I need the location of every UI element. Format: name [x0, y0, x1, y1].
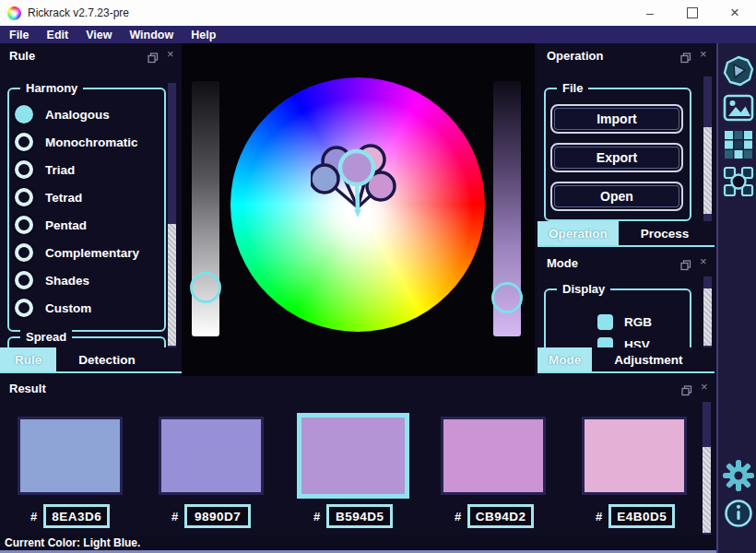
info-icon[interactable] [723, 498, 754, 529]
color-canvas [182, 43, 535, 376]
harmony-option-pentad[interactable]: Pentad [15, 215, 87, 235]
result-scrollbar[interactable] [703, 402, 711, 535]
tab-rule[interactable]: Rule [0, 347, 56, 371]
harmony-option-shades[interactable]: Shades [15, 270, 89, 290]
option-label: Analogous [45, 108, 110, 122]
radio-icon [15, 299, 33, 317]
tab-mode[interactable]: Mode [537, 347, 592, 371]
panel-close-icon[interactable]: × [700, 254, 707, 268]
close-button[interactable]: × [714, 0, 756, 26]
hex-field-group: # 8EA3D6 [30, 504, 110, 528]
harmony-option-tetrad[interactable]: Tetrad [15, 187, 82, 207]
saturation-slider-handle[interactable] [491, 282, 523, 313]
hash-symbol: # [455, 510, 461, 524]
harmony-group-label: Harmony [20, 81, 83, 96]
option-label: Shades [45, 274, 89, 288]
picker-pointer-tip [354, 209, 361, 218]
harmony-option-custom[interactable]: Custom [15, 298, 91, 318]
titlebar: Rickrack v2.7.23-pre – × [0, 0, 756, 26]
app-window: Rickrack v2.7.23-pre – × File Edit View … [0, 0, 756, 553]
menu-item-view[interactable]: View [84, 29, 122, 41]
panel-close-icon[interactable]: × [167, 47, 174, 61]
tab-detection[interactable]: Detection [56, 347, 158, 371]
radio-icon [15, 133, 33, 151]
hash-symbol: # [313, 510, 320, 524]
operation-panel-title: Operation [547, 49, 603, 63]
rgb-checkbox-row[interactable]: RGB [597, 312, 652, 331]
hash-symbol: # [30, 510, 37, 524]
hex-input-4[interactable]: CB94D2 [467, 504, 534, 528]
tab-adjustment[interactable]: Adjustment [592, 347, 704, 371]
rule-scrollbar[interactable] [168, 83, 176, 347]
swatch-3-selected[interactable] [297, 413, 409, 499]
window-controls: – × [629, 0, 756, 26]
maximize-icon [687, 7, 698, 18]
radio-icon [15, 160, 33, 179]
minimize-icon: – [646, 6, 654, 20]
radio-icon [15, 216, 33, 234]
panel-close-icon[interactable]: × [701, 380, 708, 394]
operation-scrollbar-thumb[interactable] [703, 127, 712, 214]
option-label: Complementary [45, 246, 139, 260]
mode-scrollbar[interactable] [703, 276, 712, 347]
export-button[interactable]: Export [550, 143, 683, 172]
hex-input-1[interactable]: 8EA3D6 [43, 504, 110, 528]
picker-dots-group [311, 135, 412, 237]
option-label: Custom [45, 301, 91, 315]
radio-icon [15, 243, 33, 262]
right-dock: Operation × File Import Export Open Oper… [537, 43, 715, 376]
panel-close-icon[interactable]: × [700, 47, 707, 61]
tab-process[interactable]: Process [619, 221, 712, 245]
maximize-button[interactable] [671, 0, 714, 26]
menu-item-help[interactable]: Help [189, 29, 226, 41]
frame-circle-icon[interactable] [723, 166, 754, 197]
harmony-option-monochromatic[interactable]: Monochromatic [15, 132, 138, 152]
main-area: Rule × Harmony Analogous Monochromatic T… [0, 43, 756, 553]
hex-field-group: # 9890D7 [171, 504, 251, 528]
import-button[interactable]: Import [550, 104, 683, 134]
settings-gear-icon[interactable] [722, 459, 753, 490]
panel-float-icon[interactable] [680, 258, 691, 269]
rule-tabbar: Rule Detection [0, 347, 182, 373]
color-grid-icon[interactable] [723, 129, 754, 160]
spread-group-label: Spread [20, 330, 72, 345]
image-icon[interactable] [723, 92, 754, 124]
swatch-2[interactable] [159, 417, 264, 495]
picker-dot-1[interactable] [311, 165, 338, 193]
checkbox-label: RGB [624, 315, 652, 329]
panel-float-icon[interactable] [681, 383, 692, 394]
hex-input-2[interactable]: 9890D7 [184, 504, 251, 528]
brightness-slider-handle[interactable] [190, 272, 221, 303]
tab-operation[interactable]: Operation [537, 221, 619, 245]
result-scrollbar-thumb[interactable] [703, 447, 711, 533]
file-groupbox: File Import Export Open [544, 88, 691, 221]
harmony-option-analogous[interactable]: Analogous [15, 104, 110, 124]
mode-scrollbar-thumb[interactable] [703, 288, 712, 346]
hex-input-3[interactable]: B594D5 [326, 504, 393, 528]
swatch-4[interactable] [441, 417, 546, 495]
rule-scrollbar-thumb[interactable] [168, 224, 176, 346]
picker-dot-selected[interactable] [340, 151, 373, 184]
icon-sidebar [716, 43, 756, 553]
swatch-1[interactable] [18, 417, 123, 495]
file-group-label: File [557, 81, 588, 96]
operation-scrollbar[interactable] [703, 76, 712, 221]
minimize-button[interactable]: – [629, 0, 671, 26]
gem-logo-icon[interactable] [723, 55, 754, 87]
panel-float-icon[interactable] [148, 51, 159, 62]
menu-item-window[interactable]: Window [127, 29, 183, 41]
harmony-option-triad[interactable]: Triad [15, 159, 75, 180]
hex-input-5[interactable]: E4B0D5 [608, 504, 675, 528]
statusbar: Current Color: Light Blue. [0, 535, 716, 550]
result-panel-title: Result [9, 382, 46, 395]
rule-panel: Rule × Harmony Analogous Monochromatic T… [0, 43, 182, 376]
hash-symbol: # [596, 510, 602, 524]
option-label: Triad [45, 163, 75, 177]
swatch-5[interactable] [582, 417, 687, 495]
radio-icon [15, 271, 33, 289]
open-button[interactable]: Open [550, 182, 683, 211]
menu-item-edit[interactable]: Edit [45, 29, 79, 41]
panel-float-icon[interactable] [680, 51, 691, 62]
menu-item-file[interactable]: File [7, 29, 40, 41]
harmony-option-complementary[interactable]: Complementary [15, 242, 139, 263]
